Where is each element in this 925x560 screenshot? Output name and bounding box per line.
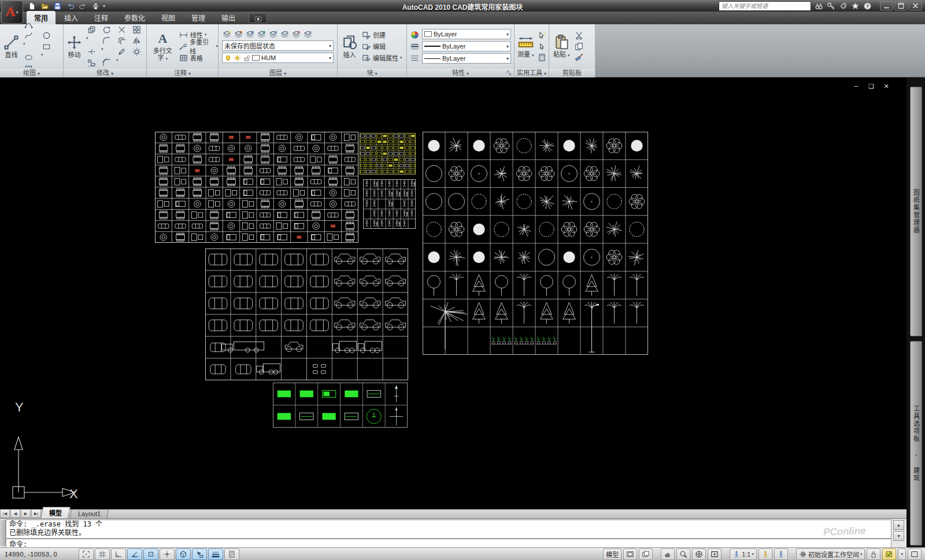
offset-tool-button[interactable] xyxy=(116,36,127,46)
ribbon-tab-注释[interactable]: 注释 xyxy=(87,11,116,24)
arc-tool-button[interactable] xyxy=(23,20,34,29)
new-button[interactable] xyxy=(27,2,38,10)
unlock-icon[interactable] xyxy=(243,53,250,62)
table-icon[interactable] xyxy=(179,53,188,63)
quick-select-button[interactable] xyxy=(537,31,547,40)
ribbon-tab-插入[interactable]: 插入 xyxy=(57,11,86,24)
annotation-visibility-button[interactable] xyxy=(758,548,772,560)
panel-title[interactable]: 特性 ▾ xyxy=(407,68,514,77)
table-button[interactable]: 表格 xyxy=(179,52,218,64)
grid-toggle-button[interactable] xyxy=(95,548,110,560)
open-button[interactable] xyxy=(39,2,50,10)
status-menu-caret[interactable]: ▾ xyxy=(898,548,906,560)
chevron-down-icon[interactable]: ▾ xyxy=(86,36,99,46)
undo-button[interactable] xyxy=(65,2,76,10)
break-tool-button[interactable] xyxy=(86,47,97,57)
edit-attributes-button[interactable]: a编辑属性▾ xyxy=(361,52,402,64)
workspace-switching-button[interactable]: 初始设置工作空间▾ xyxy=(796,548,865,560)
layout-nav-prev-button[interactable]: ◀ xyxy=(10,509,20,518)
layout-tab-Layout1[interactable]: Layout1 xyxy=(69,509,109,518)
trim-tool-button[interactable] xyxy=(116,25,127,35)
measure-button[interactable]: 测量 ▾ xyxy=(516,33,536,60)
quick-view-drawings-button[interactable] xyxy=(639,548,653,560)
chevron-down-icon[interactable]: ▾ xyxy=(41,20,54,29)
ribbon-tab-视图[interactable]: 视图 xyxy=(154,11,183,24)
erase-tool-button[interactable] xyxy=(116,47,127,57)
ortho-toggle-button[interactable] xyxy=(111,548,126,560)
linetype-dropdown[interactable]: ByLayer▾ xyxy=(422,53,511,64)
window-minimize-button[interactable] xyxy=(880,1,893,10)
qp-toggle-button[interactable] xyxy=(224,548,239,560)
explode-tool-button[interactable] xyxy=(131,47,142,57)
panel-title[interactable]: 块 ▾ xyxy=(338,68,406,77)
infocenter-search-input[interactable] xyxy=(719,1,811,11)
showmotion-button[interactable] xyxy=(708,548,722,560)
panel-title[interactable]: 实用工具 ▾ xyxy=(515,68,549,77)
chevron-down-icon[interactable]: ▾ xyxy=(23,42,39,51)
fillet-tool-button[interactable] xyxy=(101,36,112,46)
command-input-line[interactable]: 命令: xyxy=(6,539,891,548)
dim-icon[interactable] xyxy=(179,30,188,40)
model-space-button[interactable]: 模型 xyxy=(603,548,621,560)
panel-title[interactable]: 绘图 ▾ xyxy=(0,68,63,77)
ribbon-tab-输出[interactable]: 输出 xyxy=(214,11,243,24)
drawing-canvas[interactable]: ─❏✕ Y X xyxy=(0,77,906,509)
match-properties-button[interactable] xyxy=(574,53,584,62)
layer-tool-2-icon[interactable] xyxy=(234,29,243,39)
pan-button[interactable] xyxy=(661,548,675,560)
layer-state-dropdown[interactable]: 未保存的图层状态▾ xyxy=(222,40,334,51)
panel-title[interactable]: 图层 ▾ xyxy=(219,68,337,77)
drawing-close-button[interactable]: ✕ xyxy=(882,83,890,90)
array-tool-button[interactable] xyxy=(131,25,142,35)
layer-tool-3-icon[interactable] xyxy=(245,29,255,39)
rotate-tool-button[interactable] xyxy=(101,25,112,35)
leader-icon[interactable] xyxy=(179,42,188,51)
layout-nav-next-button[interactable]: ▶ xyxy=(21,509,31,518)
object-color-dropdown[interactable]: ByLayer▾ xyxy=(422,29,511,39)
quick-calc-button[interactable] xyxy=(537,53,547,62)
layer-tool-6-icon[interactable] xyxy=(280,29,290,39)
annotation-scale-button[interactable]: 1:1▾ xyxy=(730,548,757,560)
save-button[interactable] xyxy=(52,2,63,10)
star-icon[interactable] xyxy=(850,2,860,10)
paste-button[interactable]: 粘贴 ▾ xyxy=(552,33,572,60)
window-close-button[interactable] xyxy=(909,1,922,10)
sheet-set-manager-tab[interactable]: 图纸集管理器 xyxy=(910,87,922,336)
chevron-down-icon[interactable]: ▾ xyxy=(101,47,114,57)
polar-toggle-button[interactable] xyxy=(127,548,142,560)
status-bar-menu-button[interactable] xyxy=(882,548,896,560)
mtext-tool-button[interactable]: A多行文字 ▾ xyxy=(149,29,176,64)
window-maximize-button[interactable] xyxy=(894,1,908,10)
qat-customize-button[interactable]: ▾ xyxy=(103,3,105,9)
layer-tool-7-icon[interactable] xyxy=(291,29,301,39)
chevron-down-icon[interactable]: ▾ xyxy=(41,53,54,62)
multileader-button[interactable]: 多重引线▾ xyxy=(179,40,218,52)
create-block-icon[interactable] xyxy=(361,30,371,40)
drawing-minimize-button[interactable]: ─ xyxy=(852,83,860,90)
edit-block-icon[interactable] xyxy=(361,42,371,51)
lineweight-icon[interactable] xyxy=(410,42,420,51)
layer-tool-4-icon[interactable] xyxy=(257,29,267,39)
edit-block-button[interactable]: 编辑 xyxy=(361,40,402,52)
panel-title[interactable]: 修改 ▾ xyxy=(64,68,146,77)
clean-screen-button[interactable] xyxy=(908,548,922,560)
layer-tool-1-icon[interactable] xyxy=(222,29,232,39)
quick-view-layouts-button[interactable] xyxy=(623,548,637,560)
ribbon-tab-参数化[interactable]: 参数化 xyxy=(117,11,153,24)
layout-tab-模型[interactable]: 模型 xyxy=(40,507,71,518)
layer-tool-5-icon[interactable] xyxy=(268,29,278,39)
linetype-icon[interactable] xyxy=(410,53,420,62)
copy-tool-button[interactable] xyxy=(86,25,97,35)
chamfer-tool-button[interactable] xyxy=(101,58,112,68)
layer-dropdown[interactable]: HUM▾ xyxy=(222,53,334,63)
create-block-button[interactable]: 创建 xyxy=(361,29,402,40)
ellipse-tool-button[interactable] xyxy=(23,53,34,62)
cut-button[interactable] xyxy=(574,31,584,40)
ribbon-tab-管理[interactable]: 管理 xyxy=(184,11,213,24)
toolbar-lock-button[interactable] xyxy=(867,548,880,560)
command-scroll-up[interactable]: ▲ xyxy=(893,520,904,530)
snap-toggle-button[interactable] xyxy=(79,548,94,560)
insert-block-button[interactable]: 插入 xyxy=(340,34,359,60)
tool-palettes-tab[interactable]: 工具选项板 - 建筑 xyxy=(910,341,922,546)
color-wheel-icon[interactable] xyxy=(410,30,420,39)
